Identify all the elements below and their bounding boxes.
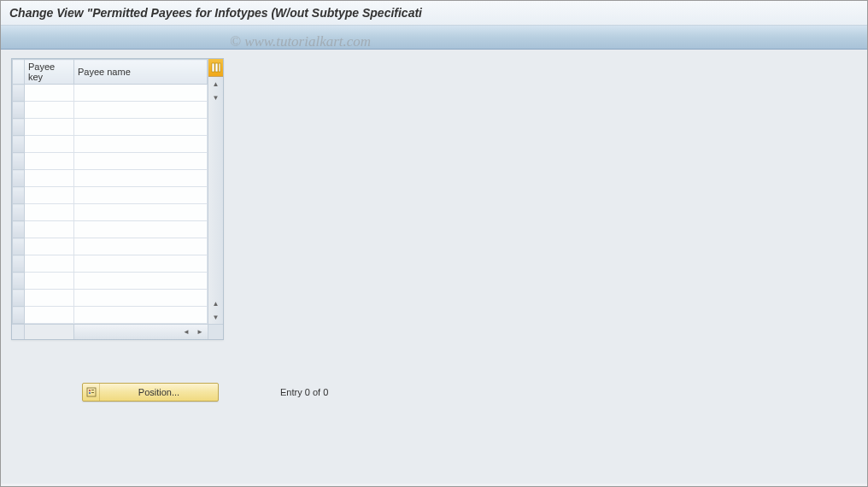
payee-table: Payee key Payee name	[12, 59, 208, 324]
entry-count-text: Entry 0 of 0	[280, 387, 328, 397]
scroll-left-icon[interactable]: ◄	[180, 326, 192, 338]
table-row[interactable]	[13, 221, 208, 238]
cell-payee-name[interactable]	[74, 102, 208, 119]
cell-payee-key[interactable]	[25, 170, 74, 187]
footer-row: Position... Entry 0 of 0	[82, 383, 328, 402]
scroll-up-bottom-icon[interactable]: ▲	[208, 296, 223, 310]
payee-table-body	[13, 85, 208, 324]
svg-rect-4	[89, 390, 91, 391]
hscroll-spacer	[12, 325, 25, 339]
hscroll-spacer	[25, 325, 74, 339]
svg-rect-0	[212, 63, 214, 72]
cell-payee-name[interactable]	[74, 204, 208, 221]
scroll-down-icon[interactable]: ▼	[208, 91, 223, 104]
cell-payee-name[interactable]	[74, 255, 208, 273]
horizontal-scrollbar[interactable]: ◄ ►	[12, 324, 223, 339]
cell-payee-key[interactable]	[25, 136, 74, 153]
content-area: Payee key Payee name	[1, 50, 867, 484]
vertical-scroll-track[interactable]	[208, 104, 223, 296]
cell-payee-name[interactable]	[74, 153, 208, 170]
svg-rect-7	[91, 392, 94, 393]
table-row[interactable]	[13, 170, 208, 187]
position-button-label: Position...	[100, 387, 218, 397]
row-selector[interactable]	[13, 204, 25, 221]
row-selector[interactable]	[13, 153, 25, 170]
scroll-down-bottom-icon[interactable]: ▼	[208, 310, 223, 324]
cell-payee-key[interactable]	[25, 102, 74, 119]
window-title-bar: Change View "Permitted Payees for Infoty…	[1, 1, 867, 26]
row-selector[interactable]	[13, 238, 25, 255]
application-toolbar	[1, 26, 867, 50]
svg-rect-6	[89, 392, 91, 394]
position-button[interactable]: Position...	[82, 383, 219, 402]
row-selector[interactable]	[13, 119, 25, 136]
vertical-scrollbar[interactable]: ▲ ▼ ▲ ▼	[208, 59, 223, 324]
scroll-up-icon[interactable]: ▲	[208, 77, 223, 91]
cell-payee-key[interactable]	[25, 119, 74, 136]
row-selector[interactable]	[13, 85, 25, 102]
table-row[interactable]	[13, 290, 208, 307]
cell-payee-name[interactable]	[74, 187, 208, 204]
table-row[interactable]	[13, 273, 208, 290]
cell-payee-key[interactable]	[25, 204, 74, 221]
column-header-payee-name[interactable]: Payee name	[74, 60, 208, 85]
cell-payee-name[interactable]	[74, 221, 208, 238]
column-header-payee-key[interactable]: Payee key	[25, 60, 74, 85]
row-selector[interactable]	[13, 307, 25, 324]
payee-table-container: Payee key Payee name	[11, 58, 224, 340]
cell-payee-name[interactable]	[74, 238, 208, 255]
cell-payee-name[interactable]	[74, 170, 208, 187]
row-selector-header[interactable]	[13, 60, 25, 85]
row-selector[interactable]	[13, 187, 25, 204]
position-icon	[83, 384, 100, 401]
cell-payee-name[interactable]	[74, 119, 208, 136]
row-selector[interactable]	[13, 221, 25, 238]
cell-payee-key[interactable]	[25, 221, 74, 238]
table-row[interactable]	[13, 85, 208, 102]
cell-payee-name[interactable]	[74, 136, 208, 153]
cell-payee-name[interactable]	[74, 307, 208, 324]
cell-payee-key[interactable]	[25, 307, 74, 324]
cell-payee-key[interactable]	[25, 290, 74, 307]
table-row[interactable]	[13, 307, 208, 324]
cell-payee-name[interactable]	[74, 85, 208, 102]
row-selector[interactable]	[13, 273, 25, 290]
row-selector[interactable]	[13, 136, 25, 153]
svg-rect-1	[215, 63, 218, 72]
svg-rect-5	[91, 390, 94, 390]
table-row[interactable]	[13, 238, 208, 255]
horizontal-scroll-track[interactable]: ◄ ►	[74, 325, 208, 339]
cell-payee-key[interactable]	[25, 273, 74, 290]
cell-payee-key[interactable]	[25, 187, 74, 204]
scroll-corner	[208, 325, 223, 339]
cell-payee-key[interactable]	[25, 255, 74, 273]
row-selector[interactable]	[13, 102, 25, 119]
table-row[interactable]	[13, 204, 208, 221]
configure-columns-icon[interactable]	[208, 59, 223, 77]
window-title: Change View "Permitted Payees for Infoty…	[9, 6, 422, 20]
table-row[interactable]	[13, 153, 208, 170]
table-row[interactable]	[13, 102, 208, 119]
table-row[interactable]	[13, 255, 208, 273]
table-row[interactable]	[13, 187, 208, 204]
cell-payee-key[interactable]	[25, 85, 74, 102]
svg-rect-2	[219, 63, 220, 72]
table-row[interactable]	[13, 136, 208, 153]
cell-payee-key[interactable]	[25, 238, 74, 255]
row-selector[interactable]	[13, 170, 25, 187]
cell-payee-name[interactable]	[74, 273, 208, 290]
cell-payee-name[interactable]	[74, 290, 208, 307]
row-selector[interactable]	[13, 290, 25, 307]
row-selector[interactable]	[13, 255, 25, 273]
cell-payee-key[interactable]	[25, 153, 74, 170]
scroll-right-icon[interactable]: ►	[194, 326, 206, 338]
table-row[interactable]	[13, 119, 208, 136]
